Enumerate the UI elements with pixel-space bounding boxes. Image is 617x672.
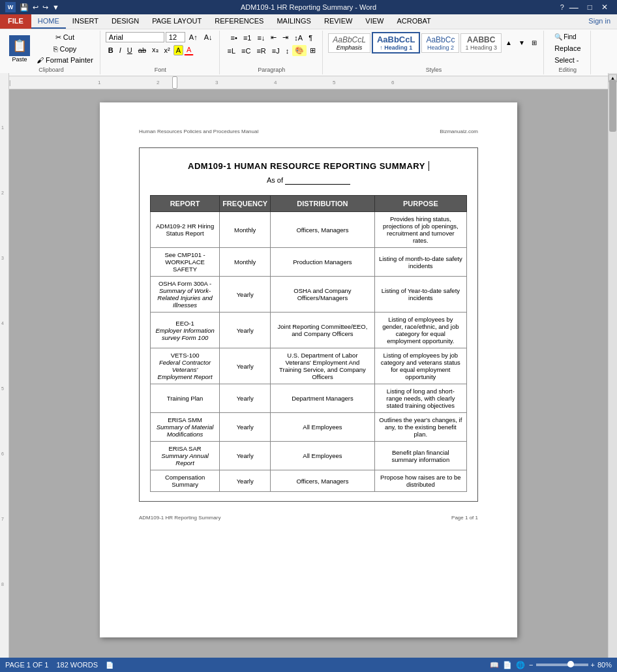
line-spacing-button[interactable]: ↕ (283, 45, 292, 56)
find-button[interactable]: 🔍 Find (552, 32, 579, 42)
font-label: Font (155, 65, 166, 73)
underline-button[interactable]: U (125, 45, 135, 55)
replace-button[interactable]: Replace (552, 43, 583, 53)
subscript-button[interactable]: x₂ (149, 44, 161, 55)
table-row: ERISA SMM Summary of Material Modificati… (151, 413, 467, 442)
report-cell: ADM109-2 HR Hiring Status Report (151, 212, 220, 248)
tab-home[interactable]: HOME (31, 14, 66, 29)
tab-view[interactable]: VIEW (359, 14, 390, 29)
shading-button[interactable]: 🎨 (292, 45, 307, 56)
frequency-cell: Yearly (220, 277, 271, 313)
text-highlight-button[interactable]: A (173, 45, 183, 55)
font-size-input[interactable] (166, 32, 185, 42)
font-color-button[interactable]: A (184, 44, 194, 55)
ribbon: FILE HOME INSERT DESIGN PAGE LAYOUT REFE… (0, 14, 617, 76)
quick-save[interactable]: 💾 (20, 3, 29, 12)
doc-header: Human Resources Policies and Procedures … (139, 129, 478, 134)
quick-redo[interactable]: ↪ (42, 3, 48, 12)
frequency-cell: Yearly (220, 413, 271, 442)
bold-button[interactable]: B (106, 45, 116, 55)
editing-content: 🔍 Find Replace Select - (552, 32, 583, 65)
quick-undo[interactable]: ↩ (33, 3, 38, 12)
word-icon: W (5, 2, 16, 12)
quick-more[interactable]: ▼ (52, 3, 59, 11)
distribution-cell: U.S. Department of Labor Veterans' Emplo… (271, 348, 374, 384)
format-painter-button[interactable]: 🖌 Format Painter (34, 55, 96, 65)
paste-label: Paste (12, 56, 27, 63)
table-row: ERISA SAR Summary Annual Report Yearly A… (151, 442, 467, 470)
styles-content: AaBbCcL Emphasis AaBbCcL ↑ Heading 1 AaB… (328, 32, 539, 53)
increase-font-btn[interactable]: A↑ (187, 32, 200, 42)
report-cell: Training Plan (151, 384, 220, 413)
decrease-font-btn[interactable]: A↓ (202, 32, 215, 42)
window-title: ADM109-1 HR Reporting Summary - Word (241, 3, 376, 11)
tab-references[interactable]: REFERENCES (208, 14, 270, 29)
report-cell: ERISA SAR Summary Annual Report (151, 442, 220, 470)
tab-insert[interactable]: INSERT (66, 14, 105, 29)
tab-review[interactable]: REVIEW (318, 14, 359, 29)
styles-scroll-down[interactable]: ▼ (516, 38, 528, 48)
close-btn[interactable]: ✕ (597, 3, 612, 12)
copy-button[interactable]: ⎘ Copy (34, 44, 96, 54)
title-bar: W 💾 ↩ ↪ ▼ ADM109-1 HR Reporting Summary … (0, 0, 617, 14)
numbering-button[interactable]: ≡1 (241, 32, 254, 43)
report-cell: VETS-100 Federal Contractor Veterans' Em… (151, 348, 220, 384)
report-cell: EEO-1 Employer Information survey Form 1… (151, 313, 220, 348)
style-heading3[interactable]: AABBC 1 Heading 3 (460, 33, 502, 53)
purpose-cell: Benefit plan financial summary informati… (374, 442, 466, 470)
align-right-button[interactable]: ≡R (254, 45, 268, 56)
style-heading1[interactable]: AaBbCcL ↑ Heading 1 (372, 32, 421, 53)
italic-button[interactable]: I (117, 45, 124, 55)
doc-title: ADM109-1 HUMAN RESOURCE REPORTING SUMMAR… (150, 161, 467, 171)
report-cell: Compensation Summary (151, 470, 220, 492)
show-hide-button[interactable]: ¶ (306, 32, 315, 43)
maximize-btn[interactable]: □ (584, 3, 596, 12)
strikethrough-button[interactable]: ab (136, 45, 149, 55)
report-cell: OSHA Form 300A - Summary of Work-Related… (151, 277, 220, 313)
styles-expand[interactable]: ⊞ (529, 38, 539, 48)
scroll-thumb[interactable] (609, 80, 616, 132)
superscript-button[interactable]: x² (162, 45, 173, 55)
sort-button[interactable]: ↕A (292, 32, 305, 43)
editing-label: Editing (559, 65, 577, 73)
distribution-cell: Joint Reporting Committee/EEO, and Compa… (271, 313, 374, 348)
increase-indent-button[interactable]: ⇥ (280, 32, 291, 43)
distribution-cell: Officers, Managers (271, 470, 374, 492)
tab-page-layout[interactable]: PAGE LAYOUT (145, 14, 208, 29)
paragraph-label: Paragraph (258, 65, 285, 73)
cut-button[interactable]: ✂ Cut (34, 32, 96, 43)
font-name-input[interactable] (106, 32, 164, 42)
tab-acrobat[interactable]: ACROBAT (390, 14, 437, 29)
scrollbar[interactable]: ▲ ▼ (608, 73, 617, 650)
tab-mailings[interactable]: MAILINGS (270, 14, 318, 29)
borders-button[interactable]: ⊞ (307, 45, 318, 56)
justify-button[interactable]: ≡J (269, 45, 282, 56)
decrease-indent-button[interactable]: ⇤ (268, 32, 279, 43)
multilevel-button[interactable]: ≡↓ (254, 32, 267, 43)
col-distribution: DISTRIBUTION (271, 196, 374, 212)
frequency-cell: Monthly (220, 248, 271, 277)
style-heading2[interactable]: AaBbCc Heading 2 (421, 33, 459, 53)
tab-design[interactable]: DESIGN (105, 14, 145, 29)
help-btn[interactable]: ? (560, 3, 564, 11)
purpose-cell: Provides hiring status, projections of j… (374, 212, 466, 248)
bullets-button[interactable]: ≡• (228, 32, 240, 43)
file-tab[interactable]: FILE (0, 14, 31, 29)
purpose-cell: Listing of employees by gender, race/eth… (374, 313, 466, 348)
style-emphasis[interactable]: AaBbCcL Emphasis (328, 33, 370, 53)
table-row: Training Plan Yearly Department Managers… (151, 384, 467, 413)
styles-scroll-up[interactable]: ▲ (503, 38, 515, 48)
styles-label: Styles (426, 65, 442, 73)
align-left-button[interactable]: ≡L (225, 45, 239, 56)
paragraph-group: ≡• ≡1 ≡↓ ⇤ ⇥ ↕A ¶ ≡L ≡C ≡R ≡J ↕ 🎨 ⊞ (221, 31, 324, 74)
select-button[interactable]: Select - (552, 55, 581, 65)
paste-button[interactable]: 📋 Paste (7, 34, 33, 64)
doc-asof: As of (150, 176, 467, 185)
report-table: REPORT FREQUENCY DISTRIBUTION PURPOSE AD… (150, 195, 467, 492)
ribbon-tabs: FILE HOME INSERT DESIGN PAGE LAYOUT REFE… (0, 14, 617, 29)
distribution-cell: Officers, Managers (271, 212, 374, 248)
row-ruler: 1 2 3 4 5 6 7 8 (0, 73, 9, 650)
sign-in-btn[interactable]: Sign in (582, 14, 617, 29)
minimize-btn[interactable]: — (565, 2, 582, 12)
align-center-button[interactable]: ≡C (239, 45, 253, 56)
